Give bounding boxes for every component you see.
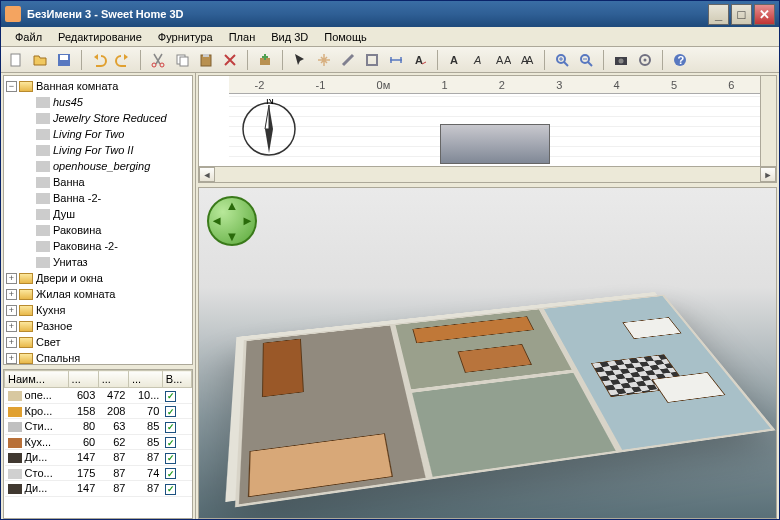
text-annotate-icon[interactable]: A xyxy=(409,49,431,71)
nav-down-icon[interactable]: ▼ xyxy=(226,229,239,244)
redo-icon[interactable] xyxy=(112,49,134,71)
table-row[interactable]: Ди...1478787✓ xyxy=(5,450,192,466)
row-icon xyxy=(8,438,22,448)
new-icon[interactable] xyxy=(5,49,27,71)
visible-checkbox[interactable]: ✓ xyxy=(165,406,176,417)
expand-icon[interactable]: + xyxy=(6,321,17,332)
furniture-tree[interactable]: −Ванная комната hus45Jewelry Store Reduc… xyxy=(3,75,193,365)
text-size-dn-icon[interactable]: AA xyxy=(516,49,538,71)
nav-left-icon[interactable]: ◄ xyxy=(210,213,223,228)
tree-item[interactable]: Душ xyxy=(36,206,190,222)
visible-checkbox[interactable]: ✓ xyxy=(165,453,176,464)
tree-folder-label: Разное xyxy=(36,320,72,332)
toolbar: A A A AA AA ? xyxy=(1,47,779,73)
tree-folder[interactable]: +Двери и окна xyxy=(6,270,190,286)
visible-checkbox[interactable]: ✓ xyxy=(165,484,176,495)
select-icon[interactable] xyxy=(289,49,311,71)
scrollbar-horizontal[interactable]: ◄► xyxy=(199,166,776,182)
tree-item[interactable]: Living For Two xyxy=(36,126,190,142)
expand-icon[interactable]: + xyxy=(6,273,17,284)
nav-up-icon[interactable]: ▲ xyxy=(226,198,239,213)
tree-root[interactable]: −Ванная комната xyxy=(6,78,190,94)
collapse-icon[interactable]: − xyxy=(6,81,17,92)
dimension-icon[interactable] xyxy=(385,49,407,71)
text-italic-icon[interactable]: A xyxy=(468,49,490,71)
table-header[interactable]: В... xyxy=(162,371,191,388)
menu-edit[interactable]: Редактирование xyxy=(50,29,150,45)
furniture-table[interactable]: Наим............В... опе...60347210...✓ … xyxy=(3,369,193,519)
3d-view[interactable]: ▲ ◄► ▼ xyxy=(198,187,777,519)
tree-item[interactable]: openhouse_berging xyxy=(36,158,190,174)
tree-folder[interactable]: +Разное xyxy=(6,318,190,334)
table-header[interactable]: Наим... xyxy=(5,371,69,388)
table-row[interactable]: Кух...606285✓ xyxy=(5,434,192,450)
room-icon[interactable] xyxy=(361,49,383,71)
table-row[interactable]: опе...60347210...✓ xyxy=(5,388,192,404)
scroll-right-icon[interactable]: ► xyxy=(760,167,776,182)
expand-icon[interactable]: + xyxy=(6,289,17,300)
expand-icon[interactable]: + xyxy=(6,337,17,348)
tree-item[interactable]: Унитаз xyxy=(36,254,190,270)
preferences-icon[interactable] xyxy=(634,49,656,71)
tree-item[interactable]: hus45 xyxy=(36,94,190,110)
close-button[interactable]: ✕ xyxy=(754,4,775,25)
table-row[interactable]: Сти...806385✓ xyxy=(5,419,192,435)
expand-icon[interactable]: + xyxy=(6,305,17,316)
undo-icon[interactable] xyxy=(88,49,110,71)
table-header[interactable]: ... xyxy=(68,371,98,388)
menu-3dview[interactable]: Вид 3D xyxy=(263,29,316,45)
tree-folder[interactable]: +Жилая комната xyxy=(6,286,190,302)
tree-folder[interactable]: +Свет xyxy=(6,334,190,350)
tree-item-label: Ванна -2- xyxy=(53,192,101,204)
camera-icon[interactable] xyxy=(610,49,632,71)
visible-checkbox[interactable]: ✓ xyxy=(165,391,176,402)
menu-plan[interactable]: План xyxy=(221,29,264,45)
tree-item[interactable]: Ванна xyxy=(36,174,190,190)
plan-canvas[interactable]: N xyxy=(229,94,760,166)
maximize-button[interactable]: □ xyxy=(731,4,752,25)
scroll-left-icon[interactable]: ◄ xyxy=(199,167,215,182)
visible-checkbox[interactable]: ✓ xyxy=(165,468,176,479)
tree-item[interactable]: Jewelry Store Reduced xyxy=(36,110,190,126)
tree-item[interactable]: Ванна -2- xyxy=(36,190,190,206)
text-size-up-icon[interactable]: AA xyxy=(492,49,514,71)
plan-view[interactable]: -2-10м123456 N ◄► xyxy=(198,75,777,183)
visible-checkbox[interactable]: ✓ xyxy=(165,422,176,433)
minimize-button[interactable]: _ xyxy=(708,4,729,25)
table-header[interactable]: ... xyxy=(98,371,128,388)
copy-icon[interactable] xyxy=(171,49,193,71)
nav-right-icon[interactable]: ► xyxy=(241,213,254,228)
table-row[interactable]: Сто...1758774✓ xyxy=(5,465,192,481)
zoom-out-icon[interactable] xyxy=(575,49,597,71)
svg-text:A: A xyxy=(473,54,481,66)
zoom-in-icon[interactable] xyxy=(551,49,573,71)
tree-folder[interactable]: +Спальня xyxy=(6,350,190,365)
visible-checkbox[interactable]: ✓ xyxy=(165,437,176,448)
table-row[interactable]: Кро...15820870✓ xyxy=(5,403,192,419)
tree-item[interactable]: Раковина xyxy=(36,222,190,238)
help-icon[interactable]: ? xyxy=(669,49,691,71)
tree-folder[interactable]: +Кухня xyxy=(6,302,190,318)
open-icon[interactable] xyxy=(29,49,51,71)
tree-item[interactable]: Living For Two II xyxy=(36,142,190,158)
text-bold-icon[interactable]: A xyxy=(444,49,466,71)
delete-icon[interactable] xyxy=(219,49,241,71)
add-furniture-icon[interactable] xyxy=(254,49,276,71)
pan-icon[interactable] xyxy=(313,49,335,71)
wall-icon[interactable] xyxy=(337,49,359,71)
menu-furniture[interactable]: Фурнитура xyxy=(150,29,221,45)
item-icon xyxy=(36,225,50,236)
tree-item[interactable]: Раковина -2- xyxy=(36,238,190,254)
expand-icon[interactable]: + xyxy=(6,353,17,364)
scrollbar-vertical[interactable] xyxy=(760,76,776,166)
table-row[interactable]: Ди...1478787✓ xyxy=(5,481,192,497)
save-icon[interactable] xyxy=(53,49,75,71)
cut-icon[interactable] xyxy=(147,49,169,71)
paste-icon[interactable] xyxy=(195,49,217,71)
tree-folder-label: Жилая комната xyxy=(36,288,115,300)
svg-point-21 xyxy=(619,58,624,63)
menu-file[interactable]: Файл xyxy=(7,29,50,45)
table-header[interactable]: ... xyxy=(128,371,162,388)
3d-nav-disc[interactable]: ▲ ◄► ▼ xyxy=(207,196,257,246)
menu-help[interactable]: Помощь xyxy=(316,29,375,45)
